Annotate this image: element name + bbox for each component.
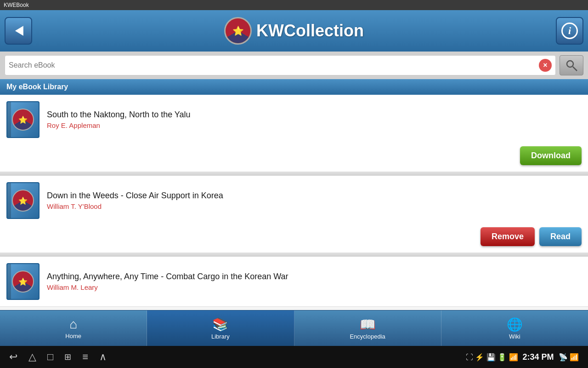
system-bar-right: ⛶ ⚡ 💾 🔋 📶 2:34 PM 📡 📶 (466, 352, 579, 362)
book-emblem-3: ⭐ (12, 270, 34, 293)
search-input-wrapper: × (5, 55, 556, 75)
svg-line-2 (573, 67, 577, 71)
header: ⭐ KWCollection i (0, 10, 588, 52)
book-title-2: Down in the Weeds - Close Air Support in… (47, 191, 582, 201)
header-logo: ⭐ KWCollection (224, 17, 364, 45)
book-item-2: ⭐ Down in the Weeds - Close Air Support … (0, 176, 588, 253)
nav-wiki[interactable]: 🌐 Wiki (441, 310, 588, 346)
brand-rest: Collection (284, 21, 364, 40)
book-cover-2: ⭐ (6, 182, 40, 219)
book-info-1: South to the Naktong, North to the Yalu … (47, 110, 582, 129)
separator-2 (0, 253, 588, 257)
back-button[interactable] (5, 17, 32, 45)
nav-encyclopedia-label: Encyclopedia (350, 333, 385, 340)
book-list: ⭐ South to the Naktong, North to the Yal… (0, 95, 588, 346)
book-author-3: William M. Leary (47, 283, 582, 291)
logo-emblem: ⭐ (224, 17, 252, 45)
book-info-3: Anything, Anywhere, Any Time - Combat Ca… (47, 272, 582, 291)
book-item-1: ⭐ South to the Naktong, North to the Yal… (0, 95, 588, 172)
read-button-2[interactable]: Read (539, 227, 582, 246)
book-cover-3: ⭐ (6, 263, 40, 300)
book-cover-1: ⭐ (6, 101, 40, 138)
home-icon: ⌂ (69, 317, 77, 332)
remove-button-2[interactable]: Remove (481, 227, 535, 246)
back-sys-btn[interactable]: ↩ (9, 351, 17, 363)
logo-flag: ⭐ (226, 18, 250, 43)
system-bar: ↩ △ □ ⊞ ≡ ∧ ⛶ ⚡ 💾 🔋 📶 2:34 PM 📡 📶 (0, 346, 588, 368)
svg-marker-0 (15, 26, 23, 36)
network-icons: 📡 📶 (559, 353, 579, 362)
nav-library-label: Library (211, 333, 230, 340)
status-icons: ⛶ ⚡ 💾 🔋 📶 (466, 353, 518, 362)
nav-wiki-label: Wiki (509, 333, 520, 340)
info-icon: i (561, 23, 578, 39)
home-sys-btn[interactable]: △ (28, 351, 36, 363)
encyclopedia-icon: 📖 (360, 317, 376, 332)
system-time: 2:34 PM (523, 352, 554, 362)
recent-sys-btn[interactable]: □ (47, 351, 53, 363)
search-clear-button[interactable]: × (539, 59, 552, 72)
menu-sys-btn[interactable]: ≡ (82, 351, 88, 363)
book-title-1: South to the Naktong, North to the Yalu (47, 110, 582, 120)
nav-library[interactable]: 📚 Library (147, 310, 294, 346)
title-bar: KWEBook (0, 0, 588, 10)
nav-encyclopedia[interactable]: 📖 Encyclopedia (294, 310, 441, 346)
book-emblem-2: ⭐ (12, 190, 34, 212)
apps-sys-btn[interactable]: ⊞ (64, 352, 71, 362)
book-item-3: ⭐ Anything, Anywhere, Any Time - Combat … (0, 257, 588, 307)
book-title-3: Anything, Anywhere, Any Time - Combat Ca… (47, 272, 582, 282)
book-emblem-1: ⭐ (12, 109, 34, 131)
brand-kw: KW (256, 21, 284, 40)
nav-home[interactable]: ⌂ Home (0, 310, 147, 346)
book-actions-2: Remove Read (0, 225, 588, 253)
brand-title: KWCollection (256, 21, 364, 40)
book-item-main-3: ⭐ Anything, Anywhere, Any Time - Combat … (0, 257, 588, 306)
bottom-nav: ⌂ Home 📚 Library 📖 Encyclopedia 🌐 Wiki (0, 310, 588, 346)
book-info-2: Down in the Weeds - Close Air Support in… (47, 191, 582, 210)
book-actions-1: Download (0, 144, 588, 172)
search-bar: × (0, 52, 588, 79)
library-header: My eBook Library (0, 79, 588, 95)
svg-point-1 (567, 61, 573, 67)
book-author-2: William T. Y'Blood (47, 202, 582, 210)
search-button[interactable] (560, 55, 583, 75)
book-author-1: Roy E. Appleman (47, 121, 582, 129)
library-title: My eBook Library (6, 83, 68, 91)
book-item-main-2: ⭐ Down in the Weeds - Close Air Support … (0, 176, 588, 225)
search-input[interactable] (9, 61, 539, 69)
info-button[interactable]: i (556, 17, 583, 45)
wiki-icon: 🌐 (507, 317, 523, 332)
nav-home-label: Home (65, 333, 81, 339)
download-button-1[interactable]: Download (520, 146, 582, 165)
separator-1 (0, 172, 588, 176)
system-bar-left: ↩ △ □ ⊞ ≡ ∧ (9, 351, 107, 363)
up-sys-btn[interactable]: ∧ (99, 351, 107, 363)
book-item-main-1: ⭐ South to the Naktong, North to the Yal… (0, 95, 588, 144)
main-content: ⭐ KWCollection i × My eBook Library (0, 10, 588, 346)
app-title: KWEBook (4, 2, 29, 8)
library-icon: 📚 (212, 317, 228, 332)
